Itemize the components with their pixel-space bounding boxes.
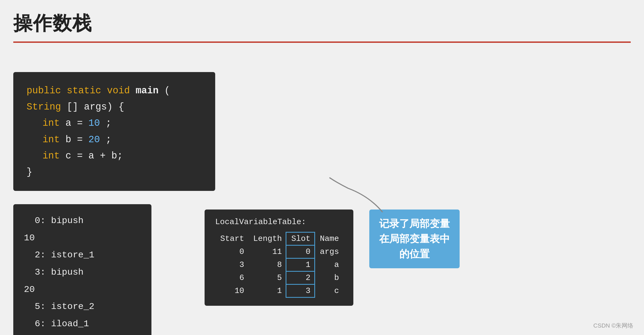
lvt-cell-length-3: 1 <box>248 284 286 298</box>
lvt-cell-slot-1: 1 <box>286 258 315 271</box>
lvt-cell-name-0: args <box>315 245 343 258</box>
lvt-cell-start-3: 10 <box>215 284 248 298</box>
lvt-row-0: 0 11 0 args <box>215 245 343 258</box>
bytecode-block: 0: bipush 10 2: istore_1 3: bipush 20 5:… <box>13 204 151 335</box>
lvt-header-length: Length <box>248 232 286 245</box>
page-title: 操作数栈 <box>13 11 631 36</box>
lvt-cell-slot-2: 2 <box>286 271 315 284</box>
lvt-cell-start-2: 6 <box>215 271 248 284</box>
watermark: CSDN ©朱网络 <box>593 322 633 330</box>
bytecode-line-6: 7: iload_2 <box>24 332 141 335</box>
lvt-row-2: 6 5 2 b <box>215 271 343 284</box>
table-annotation-area: LocalVariableTable: Start Length Slot Na… <box>205 210 460 306</box>
code-line-4: int c = a + b; <box>27 148 202 164</box>
code-line-2: int a = 10 ; <box>27 115 202 131</box>
bytecode-line-4: 5: istore_2 <box>24 298 141 315</box>
bytecode-line-5: 6: iload_1 <box>24 315 141 333</box>
lvt-row-1: 3 8 1 a <box>215 258 343 271</box>
lvt-cell-name-3: c <box>315 284 343 298</box>
annotation-box: 记录了局部变量在局部变量表中的位置 <box>369 210 460 268</box>
code-block: public static void main ( String [] args… <box>13 72 215 191</box>
code-line-3: int b = 20 ; <box>27 132 202 148</box>
annotation-arrow-svg <box>316 164 396 217</box>
lvt-block: LocalVariableTable: Start Length Slot Na… <box>205 210 353 306</box>
lvt-cell-start-0: 0 <box>215 245 248 258</box>
bytecode-line-1: 0: bipush 10 <box>24 212 141 246</box>
title-divider <box>13 41 631 43</box>
lvt-row-3: 10 1 3 c <box>215 284 343 298</box>
lvt-table: Start Length Slot Name 0 11 <box>215 232 343 298</box>
lvt-cell-slot-0: 0 <box>286 245 315 258</box>
lvt-header-slot: Slot <box>286 232 315 245</box>
lvt-cell-slot-3: 3 <box>286 284 315 298</box>
lvt-header-start: Start <box>215 232 248 245</box>
lvt-header-name: Name <box>315 232 343 245</box>
lvt-cell-name-1: a <box>315 258 343 271</box>
lvt-title: LocalVariableTable: <box>215 217 343 227</box>
lvt-cell-length-0: 11 <box>248 245 286 258</box>
code-line-5: } <box>27 164 202 180</box>
bytecode-line-2: 2: istore_1 <box>24 246 141 264</box>
lvt-cell-name-2: b <box>315 271 343 284</box>
lvt-header-row: Start Length Slot Name <box>215 232 343 245</box>
lvt-cell-length-2: 5 <box>248 271 286 284</box>
code-line-1: public static void main ( String [] args… <box>27 83 202 115</box>
lvt-cell-length-1: 8 <box>248 258 286 271</box>
bytecode-line-3: 3: bipush 20 <box>24 264 141 298</box>
annotation-text: 记录了局部变量在局部变量表中的位置 <box>379 218 450 259</box>
lvt-cell-start-1: 3 <box>215 258 248 271</box>
